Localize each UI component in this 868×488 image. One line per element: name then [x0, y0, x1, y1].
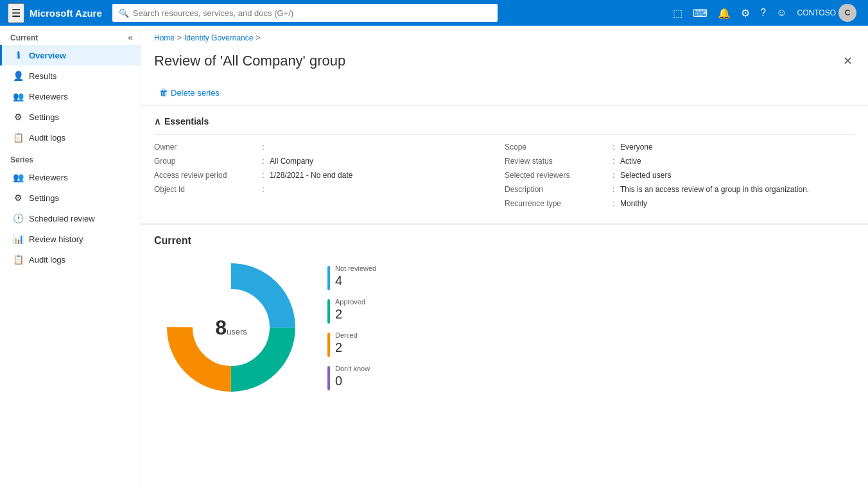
content-area: Home > Identity Governance > Review of '…	[141, 26, 868, 488]
sidebar-item-scheduled-review[interactable]: 🕐 Scheduled review	[0, 208, 141, 229]
hamburger-button[interactable]: ☰	[8, 3, 24, 23]
legend-count-not-reviewed: 4	[335, 274, 376, 288]
review-status-sep: :	[607, 157, 620, 166]
hamburger-icon: ☰	[12, 8, 21, 19]
essentials-row-objectid: Object Id :	[154, 185, 505, 194]
cloud-shell-button[interactable]: ⌨	[689, 4, 711, 22]
description-sep: :	[607, 185, 620, 194]
essentials-section: ∧ Essentials Owner : Group : All Company	[141, 106, 868, 223]
breadcrumb-home[interactable]: Home	[154, 33, 175, 42]
group-label: Group	[154, 157, 257, 166]
legend-bar-dont-know	[327, 366, 330, 390]
donut-hole	[196, 292, 266, 363]
bell-icon: 🔔	[718, 7, 731, 19]
sidebar-item-label: Audit logs	[29, 133, 65, 143]
delete-icon: 🗑	[159, 87, 168, 98]
legend: Not reviewed 4 Approved 2	[327, 265, 376, 390]
legend-name-approved: Approved	[335, 298, 365, 306]
settings-button[interactable]: ⚙	[737, 4, 754, 22]
sidebar-item-label: Reviewers	[29, 92, 68, 101]
cloud-shell-icon: ⌨	[693, 7, 707, 19]
recurrence-value: Monthly	[620, 199, 647, 208]
legend-item-denied: Denied 2	[327, 331, 376, 357]
essentials-row-period: Access review period : 1/28/2021 - No en…	[154, 171, 505, 180]
smiley-icon: ☺	[776, 7, 786, 19]
sidebar-item-audit-logs-series[interactable]: 📋 Audit logs	[0, 249, 141, 270]
essentials-row-recurrence: Recurrence type : Monthly	[505, 199, 855, 208]
breadcrumb-sep2: >	[256, 33, 260, 42]
sidebar-item-label: Scheduled review	[29, 214, 95, 223]
page-title-row: Review of 'All Company' group ✕	[141, 48, 868, 80]
portal-icon: ⬚	[673, 7, 682, 19]
description-value: This is an access review of a group in t…	[620, 185, 809, 194]
sidebar-item-audit-logs-current[interactable]: 📋 Audit logs	[0, 127, 141, 148]
delete-series-button[interactable]: 🗑 Delete series	[154, 85, 225, 100]
topbar: ☰ Microsoft Azure 🔍 ⬚ ⌨ 🔔 ⚙ ? ☺ CONTOSO …	[0, 0, 868, 26]
sidebar-item-overview[interactable]: ℹ Overview	[0, 45, 141, 65]
owner-label: Owner	[154, 143, 257, 152]
sidebar-item-settings-current[interactable]: ⚙ Settings	[0, 107, 141, 127]
review-status-value: Active	[620, 157, 641, 166]
essentials-row-owner: Owner :	[154, 143, 505, 152]
search-input[interactable]	[133, 8, 491, 18]
person-icon: 👤	[12, 71, 24, 81]
feedback-button[interactable]: ☺	[772, 4, 790, 21]
essentials-grid: Owner : Group : All Company Access revie…	[154, 134, 855, 213]
sidebar-item-review-history[interactable]: 📊 Review history	[0, 229, 141, 249]
group-value: All Company	[270, 157, 313, 166]
user-menu[interactable]: CONTOSO C	[794, 1, 860, 24]
gear-icon: ⚙	[741, 7, 750, 19]
brand-label: Microsoft Azure	[30, 8, 102, 19]
legend-text-approved: Approved 2	[335, 298, 365, 321]
sidebar: « Current ℹ Overview 👤 Results 👥 Reviewe…	[0, 26, 141, 488]
legend-count-approved: 2	[335, 307, 365, 321]
essentials-row-review-status: Review status : Active	[505, 157, 855, 166]
legend-name-not-reviewed: Not reviewed	[335, 265, 376, 272]
legend-text-dont-know: Don't know 0	[335, 365, 370, 388]
sidebar-item-label: Audit logs	[29, 255, 65, 265]
legend-bar-denied	[327, 333, 330, 357]
legend-name-denied: Denied	[335, 331, 358, 339]
legend-item-approved: Approved 2	[327, 298, 376, 324]
scope-sep: :	[607, 143, 620, 152]
user-label: CONTOSO	[797, 8, 836, 17]
gear-icon: ⚙	[12, 193, 24, 203]
sidebar-item-reviewers-current[interactable]: 👥 Reviewers	[0, 86, 141, 107]
legend-bar-approved	[327, 299, 330, 324]
legend-count-denied: 2	[335, 340, 358, 354]
legend-text-denied: Denied 2	[335, 331, 358, 354]
topbar-icons: ⬚ ⌨ 🔔 ⚙ ? ☺ CONTOSO C	[669, 1, 860, 24]
current-section: Current	[141, 224, 868, 408]
group-sep: :	[257, 157, 270, 166]
page-title: Review of 'All Company' group	[154, 53, 345, 69]
donut-chart: 8users	[161, 257, 302, 398]
scope-label: Scope	[505, 143, 607, 152]
toolbar: 🗑 Delete series	[141, 80, 868, 106]
clipboard-icon: 📋	[12, 254, 24, 265]
legend-text-not-reviewed: Not reviewed 4	[335, 265, 376, 288]
breadcrumb-identity-governance[interactable]: Identity Governance	[184, 33, 253, 42]
help-button[interactable]: ?	[756, 4, 770, 21]
legend-item-not-reviewed: Not reviewed 4	[327, 265, 376, 290]
search-box[interactable]: 🔍	[112, 4, 498, 22]
essentials-left-col: Owner : Group : All Company Access revie…	[154, 143, 505, 213]
essentials-header[interactable]: ∧ Essentials	[154, 116, 855, 126]
sidebar-collapse-button[interactable]: «	[125, 31, 135, 44]
breadcrumb-sep1: >	[177, 33, 182, 42]
people-icon: 👥	[12, 172, 24, 182]
notifications-button[interactable]: 🔔	[714, 4, 734, 22]
sidebar-item-reviewers-series[interactable]: 👥 Reviewers	[0, 167, 141, 187]
people-icon: 👥	[12, 91, 24, 101]
legend-item-dont-know: Don't know 0	[327, 365, 376, 390]
legend-bar-not-reviewed	[327, 266, 330, 290]
essentials-title: Essentials	[164, 116, 209, 126]
donut-svg	[161, 257, 302, 398]
portal-button[interactable]: ⬚	[669, 4, 686, 22]
essentials-row-group: Group : All Company	[154, 157, 505, 166]
period-label: Access review period	[154, 171, 257, 180]
sidebar-item-results[interactable]: 👤 Results	[0, 65, 141, 86]
sidebar-item-settings-series[interactable]: ⚙ Settings	[0, 187, 141, 208]
objectid-sep: :	[257, 185, 270, 194]
close-button[interactable]: ✕	[840, 53, 855, 69]
clipboard-icon: 📋	[12, 132, 24, 143]
